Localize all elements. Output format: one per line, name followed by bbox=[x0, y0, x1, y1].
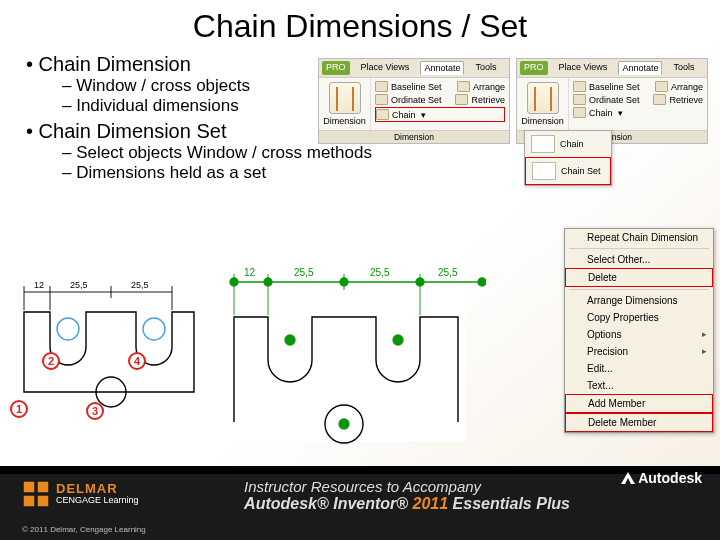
slide-title: Chain Dimensions / Set bbox=[0, 0, 720, 49]
dim-text: 25,5 bbox=[70, 280, 88, 290]
svg-point-2 bbox=[143, 318, 165, 340]
chain-menu-item[interactable]: Chain bbox=[525, 131, 611, 157]
svg-point-1 bbox=[57, 318, 79, 340]
balloon-4: 4 bbox=[128, 352, 146, 370]
footer-title-block: Instructor Resources to Accompany Autode… bbox=[244, 478, 570, 513]
balloon-3: 3 bbox=[86, 402, 104, 420]
chain-set-icon bbox=[532, 162, 556, 180]
arrange-icon bbox=[655, 81, 668, 92]
dim-text: 12 bbox=[34, 280, 44, 290]
dropdown-arrow-icon[interactable]: ▾ bbox=[421, 110, 426, 120]
dim-text: 25,5 bbox=[131, 280, 149, 290]
ribbon-screenshots: PRO Place Views Annotate Tools Dimension… bbox=[318, 58, 708, 144]
svg-point-21 bbox=[393, 335, 403, 345]
menu-text[interactable]: Text... bbox=[565, 377, 713, 394]
menu-precision[interactable]: Precision bbox=[565, 343, 713, 360]
cad-diagram-2: 12 25,5 25,5 25,5 bbox=[226, 252, 466, 442]
retrieve-button[interactable]: Retrieve bbox=[669, 95, 703, 105]
baseline-set-icon bbox=[375, 81, 388, 92]
ordinate-set-button[interactable]: Ordinate Set bbox=[589, 95, 640, 105]
svg-rect-28 bbox=[38, 482, 49, 493]
svg-rect-29 bbox=[24, 496, 35, 507]
menu-delete-member[interactable]: Delete Member bbox=[565, 413, 713, 432]
slide-footer: DELMAR CENGAGE Learning © 2011 Delmar, C… bbox=[0, 466, 720, 540]
file-tab[interactable]: PRO bbox=[520, 61, 548, 75]
dimension-button[interactable]: Dimension bbox=[319, 78, 371, 130]
copyright: © 2011 Delmar, Cengage Learning bbox=[22, 525, 146, 534]
balloon-2: 2 bbox=[42, 352, 60, 370]
svg-point-22 bbox=[339, 419, 349, 429]
dim-text: 25,5 bbox=[438, 267, 458, 278]
ordinate-set-icon bbox=[375, 94, 388, 105]
dimension-button[interactable]: Dimension bbox=[517, 78, 569, 130]
ribbon-tab-annotate[interactable]: Annotate bbox=[420, 61, 464, 75]
menu-delete[interactable]: Delete bbox=[565, 268, 713, 287]
menu-copy-properties[interactable]: Copy Properties bbox=[565, 309, 713, 326]
retrieve-icon bbox=[455, 94, 468, 105]
panel-footer: Dimension bbox=[319, 130, 509, 143]
delmar-logo-block: DELMAR CENGAGE Learning bbox=[22, 480, 139, 508]
dimension-icon bbox=[527, 82, 559, 114]
footer-line2: Autodesk® Inventor® 2011 Essentials Plus bbox=[244, 495, 570, 513]
cengage-brand: CENGAGE Learning bbox=[56, 496, 139, 506]
dropdown-arrow-icon[interactable]: ▾ bbox=[618, 108, 623, 118]
svg-point-20 bbox=[285, 335, 295, 345]
baseline-set-icon bbox=[573, 81, 586, 92]
ordinate-set-icon bbox=[573, 94, 586, 105]
arrange-button[interactable]: Arrange bbox=[473, 82, 505, 92]
footer-line1: Instructor Resources to Accompany bbox=[244, 478, 570, 495]
menu-arrange-dimensions[interactable]: Arrange Dimensions bbox=[565, 292, 713, 309]
menu-repeat-chain[interactable]: Repeat Chain Dimension bbox=[565, 229, 713, 246]
balloon-1: 1 bbox=[10, 400, 28, 418]
chain-icon bbox=[376, 109, 389, 120]
arrange-icon bbox=[457, 81, 470, 92]
menu-options[interactable]: Options bbox=[565, 326, 713, 343]
menu-separator bbox=[569, 248, 709, 249]
retrieve-icon bbox=[653, 94, 666, 105]
context-menu: Repeat Chain Dimension Select Other... D… bbox=[564, 228, 714, 433]
file-tab[interactable]: PRO bbox=[322, 61, 350, 75]
menu-separator bbox=[569, 289, 709, 290]
ribbon-tab-annotate[interactable]: Annotate bbox=[618, 61, 662, 75]
cad-diagram-1: 12 25,5 25,5 1 2 3 4 bbox=[14, 252, 204, 422]
chain-button[interactable]: Chain bbox=[392, 110, 416, 120]
chain-icon bbox=[531, 135, 555, 153]
dim-text: 25,5 bbox=[294, 267, 314, 278]
dimension-icon bbox=[329, 82, 361, 114]
chain-button[interactable]: Chain bbox=[589, 108, 613, 118]
menu-edit[interactable]: Edit... bbox=[565, 360, 713, 377]
baseline-set-button[interactable]: Baseline Set bbox=[589, 82, 640, 92]
menu-select-other[interactable]: Select Other... bbox=[565, 251, 713, 268]
ribbon-panel-1: PRO Place Views Annotate Tools Dimension… bbox=[318, 58, 510, 144]
autodesk-logo: Autodesk bbox=[620, 470, 702, 486]
svg-point-19 bbox=[478, 278, 486, 286]
slide: Chain Dimensions / Set Chain Dimension W… bbox=[0, 0, 720, 540]
ordinate-set-button[interactable]: Ordinate Set bbox=[391, 95, 442, 105]
autodesk-icon bbox=[620, 470, 636, 486]
ribbon-tab[interactable]: Tools bbox=[670, 61, 697, 75]
chain-icon bbox=[573, 107, 586, 118]
chain-dropdown: Chain Chain Set bbox=[524, 130, 612, 186]
baseline-set-button[interactable]: Baseline Set bbox=[391, 82, 442, 92]
ribbon-tab[interactable]: Place Views bbox=[556, 61, 611, 75]
ribbon-tab[interactable]: Tools bbox=[472, 61, 499, 75]
menu-add-member[interactable]: Add Member bbox=[565, 394, 713, 413]
delmar-logo-icon bbox=[22, 480, 50, 508]
arrange-button[interactable]: Arrange bbox=[671, 82, 703, 92]
retrieve-button[interactable]: Retrieve bbox=[471, 95, 505, 105]
dim-text: 25,5 bbox=[370, 267, 390, 278]
delmar-brand: DELMAR bbox=[56, 482, 139, 496]
ribbon-tab[interactable]: Place Views bbox=[358, 61, 413, 75]
chain-set-menu-item[interactable]: Chain Set bbox=[525, 157, 611, 185]
svg-rect-30 bbox=[38, 496, 49, 507]
svg-rect-27 bbox=[24, 482, 35, 493]
diagram-row: 12 25,5 25,5 1 2 3 4 12 bbox=[14, 252, 466, 442]
dim-text: 12 bbox=[244, 267, 256, 278]
